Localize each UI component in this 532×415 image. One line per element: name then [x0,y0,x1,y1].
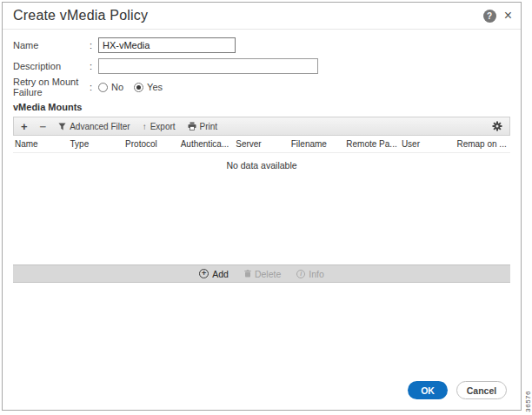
mounts-action-bar: + Add Delete i Info [13,264,510,283]
column-header-name[interactable]: Name [13,139,69,149]
name-colon: : [90,40,98,50]
figure-number: 36576 [524,391,532,412]
empty-table-message: No data available [3,153,521,171]
add-mount-button[interactable]: + Add [199,269,229,279]
column-header-server[interactable]: Server [234,139,289,149]
help-icon[interactable]: ? [483,10,496,23]
gear-icon [492,121,502,131]
description-label: Description [13,61,90,71]
table-settings-button[interactable] [492,121,502,131]
name-row: Name : [13,37,510,53]
create-vmedia-policy-dialog: Create vMedia Policy ? × Name : Descript… [2,2,522,411]
add-circle-icon: + [199,269,209,278]
dialog-footer: OK Cancel [408,381,507,399]
title-actions: ? × [483,9,512,23]
column-header-remap[interactable]: Remap on ... [455,139,510,149]
cancel-button[interactable]: Cancel [456,381,507,399]
column-header-remote-path[interactable]: Remote Pa... [344,139,400,149]
add-row-button[interactable]: + [21,120,28,133]
retry-no-label: No [111,82,123,92]
name-label: Name [13,40,90,50]
delete-mount-label: Delete [255,269,281,279]
export-label: Export [150,122,176,131]
retry-row: Retry on Mount Failure : No Yes [13,79,510,95]
retry-colon: : [90,82,98,92]
retry-label: Retry on Mount Failure [13,77,90,97]
add-mount-label: Add [212,269,229,279]
print-button[interactable]: Print [188,122,218,131]
mounts-toolbar: + − Advanced Filter ↑ Export Print [13,117,510,136]
dialog-titlebar: Create vMedia Policy ? × [3,3,521,30]
column-header-protocol[interactable]: Protocol [123,139,179,149]
advanced-filter-button[interactable]: Advanced Filter [58,122,130,131]
retry-yes-radio[interactable]: Yes [134,82,163,92]
dialog-title: Create vMedia Policy [13,8,148,23]
close-icon[interactable]: × [504,9,512,23]
radio-icon [134,83,143,92]
mounts-table-header: Name Type Protocol Authentica... Server … [13,136,510,153]
print-icon [188,122,196,131]
trash-icon [244,270,251,278]
info-mount-button[interactable]: i Info [296,269,324,279]
description-input[interactable] [98,58,318,74]
export-icon: ↑ [143,122,147,131]
print-label: Print [200,122,218,131]
radio-icon [98,83,108,92]
info-mount-label: Info [309,269,324,279]
column-header-filename[interactable]: Filename [289,139,345,149]
column-header-authentication[interactable]: Authentica... [179,139,235,149]
mounts-table-body: No data available [3,153,521,264]
policy-form: Name : Description : Retry on Mount Fail… [3,30,521,95]
retry-yes-label: Yes [147,82,163,92]
column-header-type[interactable]: Type [69,139,124,149]
info-icon: i [296,270,305,278]
advanced-filter-label: Advanced Filter [70,122,130,131]
description-row: Description : [13,58,510,74]
retry-radio-group: No Yes [98,82,163,92]
vmedia-mounts-section-title: vMedia Mounts [3,100,521,117]
description-colon: : [90,61,98,71]
screen: Create vMedia Policy ? × Name : Descript… [0,0,532,415]
delete-mount-button[interactable]: Delete [244,269,281,279]
ok-button[interactable]: OK [408,381,448,399]
column-header-user[interactable]: User [400,139,456,149]
remove-row-button[interactable]: − [40,120,47,133]
export-button[interactable]: ↑ Export [143,122,176,131]
retry-no-radio[interactable]: No [98,82,123,92]
name-input[interactable] [98,37,236,53]
filter-icon [58,123,66,131]
